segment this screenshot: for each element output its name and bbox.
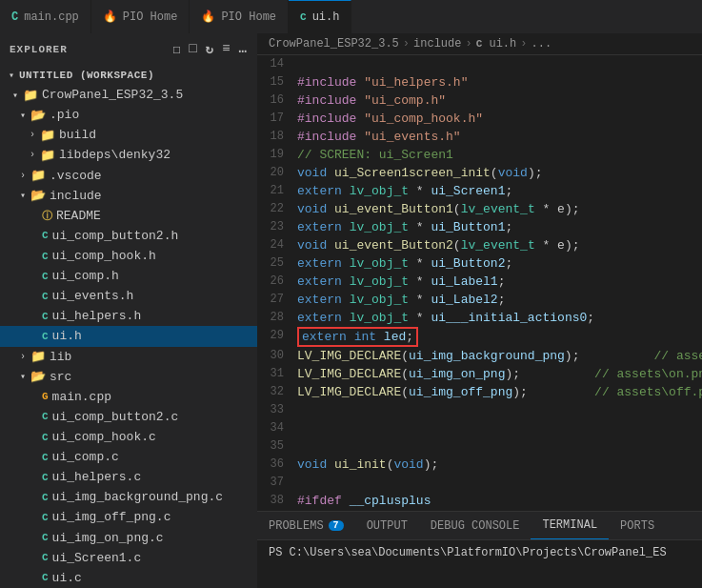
- tree-item-ui-img-on-png-c[interactable]: ›Cui_img_on_png.c: [0, 528, 257, 548]
- ports-label: PORTS: [620, 519, 654, 533]
- cpp-icon: C: [11, 10, 18, 24]
- tree-item-ui-comp-c[interactable]: ›Cui_comp.c: [0, 447, 257, 467]
- tree-item-ui-helpers-h[interactable]: ›Cui_helpers.h: [0, 306, 257, 326]
- tree-item-src[interactable]: ▾📂src: [0, 367, 257, 387]
- breadcrumb-sep3: ›: [520, 37, 527, 51]
- code-line-25: 25 extern lv_obj_t * ui_Button2;: [257, 254, 702, 273]
- problems-label: PROBLEMS: [269, 519, 324, 533]
- tree-item-ui-img-background-png-c[interactable]: ›Cui_img_background_png.c: [0, 487, 257, 507]
- tree-item-ui-c[interactable]: ›Cui.c: [0, 568, 257, 588]
- workspace-arrow: ▾: [4, 70, 19, 81]
- tab-ports[interactable]: PORTS: [609, 512, 666, 539]
- tree-item-ui-comp-button2-h[interactable]: ›Cui_comp_button2.h: [0, 226, 257, 246]
- sidebar: EXPLORER ☐ □ ↻ ≡ … ▾ UNTITLED (WORKSPACE…: [0, 33, 257, 588]
- workspace-label: UNTITLED (WORKSPACE): [19, 70, 154, 81]
- tree-item-ui-events-h[interactable]: ›Cui_events.h: [0, 286, 257, 306]
- more-icon[interactable]: …: [239, 41, 248, 57]
- tab-pio-home-2-label: PIO Home: [221, 10, 276, 24]
- code-line-22: 22 void ui_event_Button1(lv_event_t * e)…: [257, 200, 702, 218]
- code-line-29: 29 extern int led;: [257, 327, 702, 347]
- tree-item-ui-helpers-c[interactable]: ›Cui_helpers.c: [0, 467, 257, 487]
- problems-badge: 7: [329, 520, 344, 531]
- terminal-label: TERMINAL: [542, 518, 597, 532]
- refresh-icon[interactable]: ↻: [206, 41, 214, 57]
- tab-ui-h[interactable]: C ui.h: [289, 0, 351, 33]
- tree-item-ui-comp-hook-c[interactable]: ›Cui_comp_hook.c: [0, 427, 257, 447]
- code-line-24: 24 void ui_event_Button2(lv_event_t * e)…: [257, 236, 702, 254]
- new-folder-icon[interactable]: □: [189, 41, 197, 57]
- tree-item-ui-h[interactable]: ›Cui.h: [0, 326, 257, 346]
- tab-pio-home-1-label: PIO Home: [123, 10, 178, 24]
- tree-item-ui-img-off-png-c[interactable]: ›Cui_img_off_png.c: [0, 507, 257, 527]
- tree-item-lib[interactable]: ›📁lib: [0, 347, 257, 367]
- bottom-panel: PROBLEMS 7 OUTPUT DEBUG CONSOLE TERMINAL…: [257, 511, 702, 588]
- breadcrumb-sep1: ›: [403, 37, 410, 51]
- code-line-17: 17 #include "ui_comp_hook.h": [257, 110, 702, 128]
- code-container[interactable]: 14 15 #include "ui_helpers.h" 16 #includ…: [257, 55, 702, 511]
- code-line-27: 27 extern lv_obj_t * ui_Label2;: [257, 291, 702, 309]
- new-file-icon[interactable]: ☐: [172, 41, 181, 57]
- code-line-36: 36 void ui_init(void);: [257, 456, 702, 474]
- breadcrumb-part3: C ui.h: [476, 37, 517, 51]
- explorer-title: EXPLORER: [10, 44, 68, 55]
- collapse-icon[interactable]: ≡: [222, 41, 231, 57]
- terminal-text: PS C:\Users\sea\Documents\PlatformIO\Pro…: [269, 546, 667, 559]
- breadcrumb-sep2: ›: [465, 37, 471, 51]
- code-line-30: 30 LV_IMG_DECLARE(ui_img_background_png)…: [257, 347, 702, 365]
- breadcrumb-part4: ...: [531, 37, 552, 51]
- breadcrumb-part2: include: [413, 37, 461, 51]
- bottom-tabs-bar: PROBLEMS 7 OUTPUT DEBUG CONSOLE TERMINAL…: [257, 512, 702, 540]
- code-line-37: 37: [257, 474, 702, 492]
- code-line-33: 33: [257, 401, 702, 419]
- tab-pio-home-2[interactable]: 🔥 PIO Home: [190, 0, 289, 33]
- main-area: EXPLORER ☐ □ ↻ ≡ … ▾ UNTITLED (WORKSPACE…: [0, 33, 702, 588]
- tab-main-cpp-label: main.cpp: [24, 10, 79, 24]
- breadcrumb: CrowPanel_ESP32_3.5 › include › C ui.h ›…: [257, 33, 702, 55]
- c-icon-tab: C: [300, 11, 307, 23]
- editor-area: CrowPanel_ESP32_3.5 › include › C ui.h ›…: [257, 33, 702, 588]
- debug-console-label: DEBUG CONSOLE: [431, 519, 520, 533]
- tree-item-main-cpp[interactable]: ›Gmain.cpp: [0, 387, 257, 407]
- top-tabs-bar: C main.cpp 🔥 PIO Home 🔥 PIO Home C ui.h: [0, 0, 702, 33]
- code-line-19: 19 // SCREEN: ui_Screen1: [257, 146, 702, 164]
- tree-item-include[interactable]: ▾📂include: [0, 186, 257, 206]
- tab-pio-home-1[interactable]: 🔥 PIO Home: [91, 0, 191, 33]
- tab-terminal[interactable]: TERMINAL: [531, 512, 609, 539]
- pio-icon-2: 🔥: [201, 10, 215, 24]
- code-line-15: 15 #include "ui_helpers.h": [257, 73, 702, 91]
- tab-output[interactable]: OUTPUT: [355, 512, 419, 539]
- code-line-32: 32 LV_IMG_DECLARE(ui_img_off_png); // as…: [257, 383, 702, 401]
- tree-item-ui-comp-button2-c[interactable]: ›Cui_comp_button2.c: [0, 407, 257, 427]
- tab-ui-h-label: ui.h: [312, 10, 340, 24]
- output-label: OUTPUT: [367, 519, 408, 533]
- tree-item-ui-screen1-c[interactable]: ›Cui_Screen1.c: [0, 548, 257, 568]
- tree-item-readme[interactable]: ›ⓘREADME: [0, 206, 257, 226]
- tab-problems[interactable]: PROBLEMS 7: [257, 512, 355, 539]
- code-line-26: 26 extern lv_obj_t * ui_Label1;: [257, 273, 702, 291]
- breadcrumb-part1: CrowPanel_ESP32_3.5: [269, 37, 399, 51]
- tree-item-libdeps[interactable]: ›📁libdeps\denky32: [0, 145, 257, 165]
- tab-main-cpp[interactable]: C main.cpp: [0, 0, 91, 33]
- code-line-34: 34: [257, 419, 702, 437]
- code-line-14: 14: [257, 55, 702, 73]
- tree-item-ui-comp-h[interactable]: ›Cui_comp.h: [0, 266, 257, 286]
- tab-debug-console[interactable]: DEBUG CONSOLE: [419, 512, 532, 539]
- code-line-23: 23 extern lv_obj_t * ui_Button1;: [257, 218, 702, 236]
- code-line-16: 16 #include "ui_comp.h": [257, 91, 702, 110]
- terminal-content[interactable]: PS C:\Users\sea\Documents\PlatformIO\Pro…: [257, 540, 702, 588]
- code-line-28: 28 extern lv_obj_t * ui___initial_action…: [257, 309, 702, 327]
- tree-item-vscode[interactable]: ›📁.vscode: [0, 166, 257, 186]
- code-line-20: 20 void ui_Screen1screen_init(void);: [257, 164, 702, 182]
- code-line-21: 21 extern lv_obj_t * ui_Screen1;: [257, 182, 702, 200]
- code-line-38: 38 #ifdef __cplusplus: [257, 492, 702, 510]
- sidebar-title-bar: EXPLORER ☐ □ ↻ ≡ …: [0, 33, 257, 65]
- tree-item-build[interactable]: ›📁build: [0, 125, 257, 145]
- tree-item-ui-comp-hook-h[interactable]: ›Cui_comp_hook.h: [0, 246, 257, 266]
- tree-item-pio[interactable]: ▾📂.pio: [0, 105, 257, 125]
- tree-item-crowpanel[interactable]: ▾📁CrowPanel_ESP32_3.5: [0, 85, 257, 105]
- code-line-18: 18 #include "ui_events.h": [257, 128, 702, 146]
- sidebar-icons: ☐ □ ↻ ≡ …: [172, 41, 248, 57]
- code-line-35: 35: [257, 437, 702, 456]
- workspace-root[interactable]: ▾ UNTITLED (WORKSPACE): [0, 65, 257, 85]
- pio-icon-1: 🔥: [103, 10, 117, 24]
